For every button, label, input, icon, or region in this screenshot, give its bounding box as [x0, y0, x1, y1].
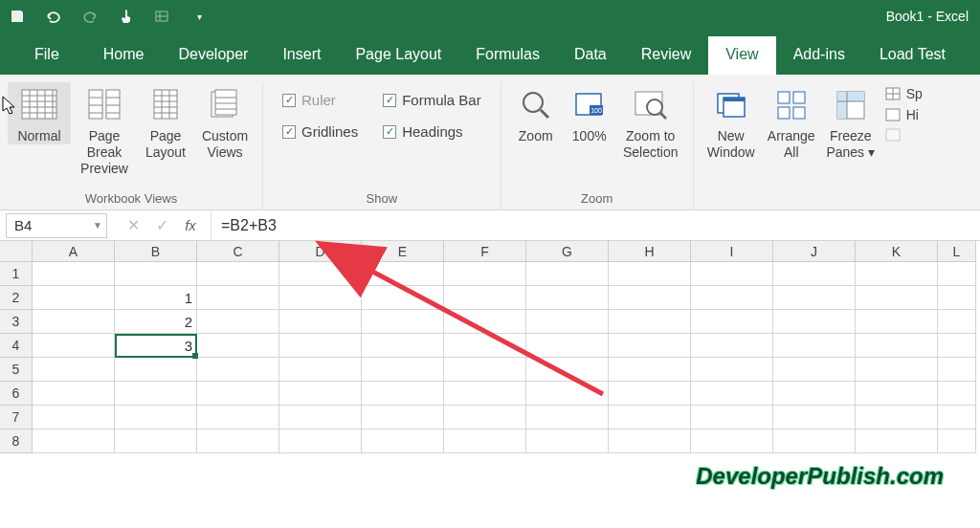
cell[interactable]: [691, 358, 773, 382]
cell[interactable]: [526, 406, 609, 429]
cell[interactable]: [856, 406, 938, 429]
cell[interactable]: [444, 358, 526, 382]
cell[interactable]: [197, 286, 279, 310]
cell[interactable]: [33, 262, 115, 286]
formula-bar-checkbox[interactable]: ✓ Formula Bar: [379, 86, 485, 114]
cell[interactable]: [362, 286, 444, 310]
col-header[interactable]: K: [856, 241, 938, 262]
cell[interactable]: [279, 310, 362, 334]
cell[interactable]: [856, 429, 938, 453]
row-header[interactable]: 4: [0, 334, 33, 358]
cell[interactable]: [33, 382, 115, 406]
col-header[interactable]: F: [444, 241, 526, 262]
cell[interactable]: [362, 382, 444, 406]
cell[interactable]: [362, 429, 444, 453]
tab-insert[interactable]: Insert: [265, 36, 338, 75]
unhide-button[interactable]: [885, 128, 923, 142]
cell[interactable]: [609, 310, 691, 334]
cell[interactable]: [773, 334, 856, 358]
touch-mode-icon[interactable]: [117, 7, 136, 26]
cell[interactable]: [197, 358, 279, 382]
cell[interactable]: [279, 286, 362, 310]
cell[interactable]: [526, 429, 609, 453]
col-header[interactable]: D: [279, 241, 362, 262]
cell[interactable]: [444, 382, 526, 406]
addins-icon[interactable]: [153, 7, 172, 26]
cell[interactable]: [33, 429, 115, 453]
cell[interactable]: [773, 286, 856, 310]
cell[interactable]: [609, 406, 691, 429]
cell[interactable]: [691, 382, 773, 406]
tab-home[interactable]: Home: [86, 36, 162, 75]
col-header[interactable]: C: [197, 241, 279, 262]
cell[interactable]: [444, 310, 526, 334]
cell[interactable]: [938, 358, 976, 382]
cell[interactable]: [197, 382, 279, 406]
name-box-dropdown-icon[interactable]: ▼: [89, 220, 106, 231]
split-button[interactable]: Sp: [885, 86, 923, 101]
cell[interactable]: [362, 406, 444, 429]
row-header[interactable]: 8: [0, 429, 33, 453]
tab-review[interactable]: Review: [624, 36, 708, 75]
col-header[interactable]: L: [938, 241, 976, 262]
select-all-corner[interactable]: [0, 241, 33, 262]
cell[interactable]: [279, 334, 362, 358]
col-header[interactable]: A: [33, 241, 115, 262]
insert-function-icon[interactable]: fx: [180, 217, 201, 233]
cell[interactable]: [526, 382, 609, 406]
page-layout-button[interactable]: Page Layout: [138, 82, 193, 161]
cell[interactable]: [691, 262, 773, 286]
cell[interactable]: [856, 382, 938, 406]
hide-button[interactable]: Hi: [885, 107, 923, 122]
cell[interactable]: [115, 382, 197, 406]
tab-developer[interactable]: Developer: [161, 36, 265, 75]
cell[interactable]: [115, 429, 197, 453]
gridlines-checkbox[interactable]: ✓ Gridlines: [278, 118, 362, 145]
cell[interactable]: [33, 406, 115, 429]
row-header[interactable]: 1: [0, 262, 33, 286]
cell[interactable]: [444, 334, 526, 358]
cell[interactable]: [938, 406, 976, 429]
cell[interactable]: [115, 406, 197, 429]
col-header[interactable]: G: [526, 241, 609, 262]
ruler-checkbox[interactable]: ✓ Ruler: [278, 86, 362, 114]
cell[interactable]: [362, 262, 444, 286]
cell[interactable]: 2: [115, 310, 197, 334]
cell[interactable]: [33, 310, 115, 334]
row-header[interactable]: 5: [0, 358, 33, 382]
cell[interactable]: [279, 406, 362, 429]
cell[interactable]: [938, 310, 976, 334]
col-header[interactable]: I: [691, 241, 773, 262]
cell[interactable]: [773, 262, 856, 286]
cell[interactable]: [691, 286, 773, 310]
cell[interactable]: 1: [115, 286, 197, 310]
cell[interactable]: [362, 358, 444, 382]
cell[interactable]: 3: [115, 334, 197, 358]
cell[interactable]: [938, 286, 976, 310]
cell[interactable]: [773, 406, 856, 429]
tab-formulas[interactable]: Formulas: [458, 36, 557, 75]
tab-file[interactable]: File: [17, 36, 86, 75]
freeze-panes-button[interactable]: Freeze Panes ▾: [822, 82, 880, 161]
formula-input[interactable]: =B2+B3: [211, 210, 980, 240]
cell[interactable]: [115, 358, 197, 382]
headings-checkbox[interactable]: ✓ Headings: [379, 118, 485, 145]
enter-formula-icon[interactable]: ✓: [151, 216, 172, 234]
cell[interactable]: [362, 334, 444, 358]
cell[interactable]: [197, 310, 279, 334]
cell[interactable]: [115, 262, 197, 286]
page-break-button[interactable]: Page Break Preview: [73, 82, 136, 176]
cell[interactable]: [938, 382, 976, 406]
cell[interactable]: [526, 358, 609, 382]
cell[interactable]: [691, 334, 773, 358]
row-header[interactable]: 7: [0, 406, 33, 429]
cell[interactable]: [197, 262, 279, 286]
cell[interactable]: [197, 429, 279, 453]
cell[interactable]: [279, 429, 362, 453]
cell[interactable]: [279, 382, 362, 406]
cell[interactable]: [773, 310, 856, 334]
arrange-all-button[interactable]: Arrange All: [763, 82, 820, 161]
cell[interactable]: [773, 382, 856, 406]
cell[interactable]: [33, 334, 115, 358]
cell[interactable]: [856, 334, 938, 358]
